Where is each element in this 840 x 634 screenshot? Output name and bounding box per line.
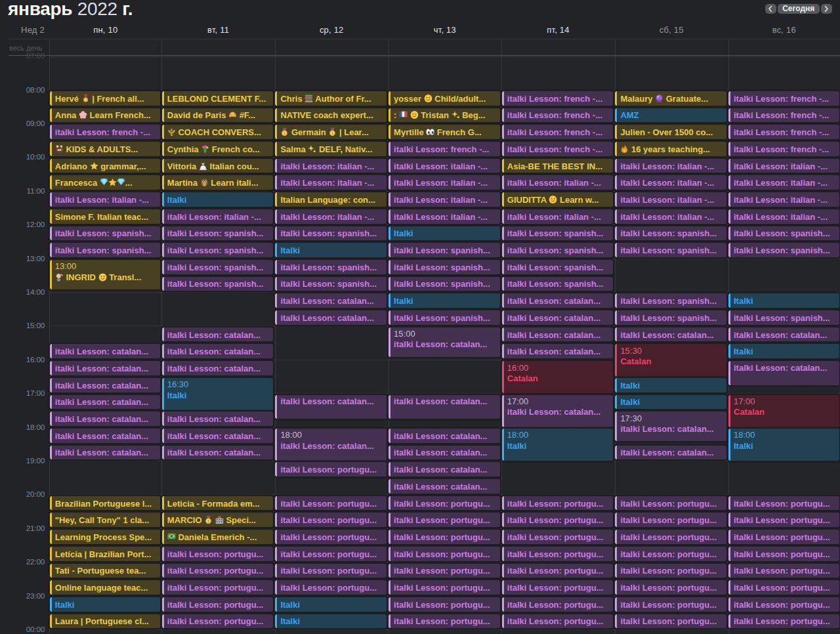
svg-text:1: 1: [331, 131, 333, 135]
svg-text:1: 1: [207, 519, 209, 523]
svg-text:1: 1: [284, 131, 285, 135]
